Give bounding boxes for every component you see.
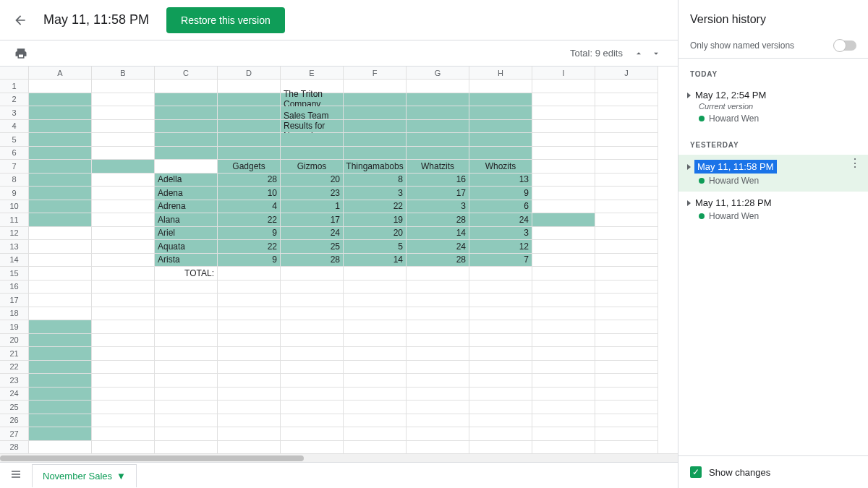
only-named-toggle[interactable] [835,40,856,51]
cell[interactable]: 7 [469,254,532,267]
cell[interactable] [155,388,218,401]
cell[interactable] [532,80,595,93]
cell[interactable]: 3 [407,200,469,214]
cell[interactable] [532,187,595,200]
cell[interactable]: 5 [344,240,407,254]
cell[interactable] [469,147,532,160]
cell[interactable] [92,307,155,321]
cell[interactable] [595,307,658,321]
version-item[interactable]: May 12, 2:54 PMCurrent versionHoward Wen [678,84,868,129]
cell[interactable]: 28 [407,213,469,227]
cell[interactable] [532,307,595,321]
horizontal-scrollbar[interactable] [0,453,678,462]
cell[interactable] [218,441,281,454]
cell[interactable] [29,80,92,93]
cell[interactable]: Arista [155,254,218,267]
cell[interactable] [218,133,281,147]
row-header[interactable]: 21 [0,347,29,361]
cell[interactable] [407,320,469,334]
cell[interactable]: 3 [469,227,532,241]
cell[interactable] [29,213,92,227]
cell[interactable] [595,160,658,174]
row-header[interactable]: 2 [0,93,29,107]
cell[interactable] [281,347,344,361]
cell[interactable]: Whatzits [407,160,469,174]
cell[interactable] [92,133,155,147]
cell[interactable] [92,213,155,227]
col-header[interactable]: H [469,67,532,80]
cell[interactable] [92,427,155,441]
cell[interactable] [595,213,658,227]
cell[interactable] [469,93,532,107]
cell[interactable] [532,93,595,107]
cell[interactable] [29,106,92,120]
cell[interactable] [92,414,155,428]
cell[interactable] [155,160,218,174]
cell[interactable]: 17 [407,187,469,200]
cell[interactable] [532,240,595,254]
row-header[interactable]: 15 [0,267,29,281]
cell[interactable] [29,441,92,454]
cell[interactable] [92,80,155,93]
cell[interactable] [595,427,658,441]
cell[interactable] [595,441,658,454]
cell[interactable] [407,106,469,120]
cell[interactable] [532,334,595,348]
cell[interactable] [281,267,344,281]
version-title[interactable]: May 12, 2:54 PM [695,90,766,100]
expand-icon[interactable] [687,93,691,98]
cell[interactable] [595,254,658,267]
cell[interactable] [469,401,532,414]
cell[interactable] [532,174,595,187]
cell[interactable] [532,227,595,241]
cell[interactable] [532,133,595,147]
cell[interactable] [92,401,155,414]
cell[interactable] [532,441,595,454]
cell[interactable] [155,147,218,160]
col-header[interactable]: I [532,67,595,80]
cell[interactable] [595,320,658,334]
cell[interactable] [281,294,344,307]
cell[interactable] [469,347,532,361]
cell[interactable] [92,361,155,374]
row-header[interactable]: 17 [0,294,29,307]
print-icon[interactable] [14,47,27,60]
cell[interactable] [344,441,407,454]
cell[interactable]: Gizmos [281,160,344,174]
cell[interactable] [29,120,92,134]
cell[interactable] [407,93,469,107]
cell[interactable] [218,427,281,441]
cell[interactable] [595,267,658,281]
col-header[interactable]: A [29,67,92,80]
cell[interactable]: Sales Team Results for November [281,120,344,134]
cell[interactable] [595,374,658,388]
cell[interactable] [92,227,155,241]
cell[interactable] [407,388,469,401]
row-header[interactable]: 13 [0,240,29,254]
cell[interactable] [155,374,218,388]
cell[interactable] [281,307,344,321]
cell[interactable] [532,254,595,267]
cell[interactable] [532,294,595,307]
cell[interactable]: 14 [344,254,407,267]
cell[interactable] [469,388,532,401]
cell[interactable] [595,401,658,414]
cell[interactable] [344,93,407,107]
cell[interactable] [344,388,407,401]
cell[interactable] [595,334,658,348]
row-header[interactable]: 20 [0,334,29,348]
row-header[interactable]: 4 [0,120,29,134]
cell[interactable] [218,93,281,107]
col-header[interactable]: G [407,67,469,80]
cell[interactable] [92,200,155,214]
cell[interactable] [344,106,407,120]
cell[interactable] [218,294,281,307]
cell[interactable]: 22 [218,213,281,227]
cell[interactable] [407,281,469,294]
cell[interactable] [155,441,218,454]
version-title[interactable]: May 11, 11:58 PM [695,160,776,173]
cell[interactable] [407,427,469,441]
cell[interactable] [469,374,532,388]
cell[interactable] [92,347,155,361]
cell[interactable] [218,267,281,281]
